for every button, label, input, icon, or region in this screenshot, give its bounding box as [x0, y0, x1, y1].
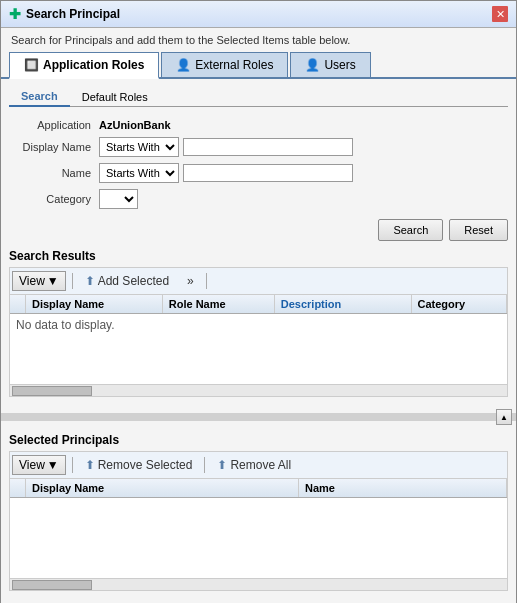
form-area: Application AzUnionBank Display Name Sta…: [9, 115, 508, 219]
remove-all-button[interactable]: ⬆ Remove All: [211, 456, 297, 474]
reset-button[interactable]: Reset: [449, 219, 508, 241]
move-right-button[interactable]: »: [181, 272, 200, 290]
col-display-name: Display Name: [26, 295, 163, 313]
remove-selected-button[interactable]: ⬆ Remove Selected: [79, 456, 199, 474]
sub-tab-default-roles[interactable]: Default Roles: [70, 87, 160, 106]
selected-principals-table-header: Display Name Name: [10, 479, 507, 498]
remove-all-icon: ⬆: [217, 458, 227, 472]
view-label: View: [19, 274, 45, 288]
close-button[interactable]: ✕: [492, 6, 508, 22]
tab-external-roles[interactable]: 👤 External Roles: [161, 52, 288, 77]
tab-users-label: Users: [324, 58, 355, 72]
col-category: Category: [412, 295, 508, 313]
remove-selected-label: Remove Selected: [98, 458, 193, 472]
main-tabs: 🔲 Application Roles 👤 External Roles 👤 U…: [1, 52, 516, 79]
title-bar-left: ✚ Search Principal: [9, 6, 120, 22]
sub-tabs: Search Default Roles: [9, 87, 508, 107]
display-name-input[interactable]: [183, 138, 353, 156]
remove-all-label: Remove All: [230, 458, 291, 472]
tab-application-roles-label: Application Roles: [43, 58, 144, 72]
title-bar: ✚ Search Principal ✕: [1, 1, 516, 28]
search-btn-row: Search Reset: [9, 219, 508, 241]
name-row: Name Starts With Contains Equals: [9, 163, 508, 183]
tab-users[interactable]: 👤 Users: [290, 52, 370, 77]
add-selected-icon: ⬆: [85, 274, 95, 288]
selected-principals-body: [10, 498, 507, 578]
search-results-table-header: Display Name Role Name Description Categ…: [10, 295, 507, 314]
add-selected-button[interactable]: ⬆ Add Selected: [79, 272, 175, 290]
dialog-icon: ✚: [9, 6, 21, 22]
application-row: Application AzUnionBank: [9, 119, 508, 131]
ext-roles-icon: 👤: [176, 58, 191, 72]
name-input[interactable]: [183, 164, 353, 182]
search-principal-dialog: ✚ Search Principal ✕ Search for Principa…: [0, 0, 517, 603]
selected-toolbar-sep-2: [204, 457, 205, 473]
search-results-table: Display Name Role Name Description Categ…: [9, 294, 508, 397]
section-divider: ▲: [1, 413, 516, 421]
sel-col-display-name: Display Name: [26, 479, 299, 497]
view-button[interactable]: View ▼: [12, 271, 66, 291]
content-area: Search Default Roles Application AzUnion…: [1, 79, 516, 409]
display-name-label: Display Name: [9, 141, 99, 153]
selected-scroll-thumb[interactable]: [12, 580, 92, 590]
search-button[interactable]: Search: [378, 219, 443, 241]
name-label: Name: [9, 167, 99, 179]
selected-principals-toolbar: View ▼ ⬆ Remove Selected ⬆ Remove All: [9, 451, 508, 478]
application-value: AzUnionBank: [99, 119, 171, 131]
category-select[interactable]: All: [99, 189, 138, 209]
name-select[interactable]: Starts With Contains Equals: [99, 163, 179, 183]
sel-col-name: Name: [299, 479, 507, 497]
category-label: Category: [9, 193, 99, 205]
search-results-scrollbar[interactable]: [10, 384, 507, 396]
col-checkbox: [10, 295, 26, 313]
tab-external-roles-label: External Roles: [195, 58, 273, 72]
move-right-label: »: [187, 274, 194, 288]
selected-principals-title: Selected Principals: [9, 433, 508, 447]
sub-tab-search[interactable]: Search: [9, 87, 70, 107]
selected-view-dropdown-icon: ▼: [47, 458, 59, 472]
sel-col-checkbox: [10, 479, 26, 497]
col-role-name: Role Name: [163, 295, 275, 313]
search-results-title: Search Results: [9, 249, 508, 263]
users-icon: 👤: [305, 58, 320, 72]
display-name-row: Display Name Starts With Contains Equals: [9, 137, 508, 157]
no-data-text: No data to display.: [16, 318, 115, 332]
selected-toolbar-sep-1: [72, 457, 73, 473]
category-row: Category All: [9, 189, 508, 209]
search-results-section: Search Results View ▼ ⬆ Add Selected »: [9, 249, 508, 397]
tab-application-roles[interactable]: 🔲 Application Roles: [9, 52, 159, 79]
selected-principals-table: Display Name Name: [9, 478, 508, 591]
display-name-select[interactable]: Starts With Contains Equals: [99, 137, 179, 157]
view-dropdown-icon: ▼: [47, 274, 59, 288]
selected-view-button[interactable]: View ▼: [12, 455, 66, 475]
selected-principals-section: Selected Principals View ▼ ⬆ Remove Sele…: [1, 425, 516, 603]
selected-view-label: View: [19, 458, 45, 472]
search-results-toolbar: View ▼ ⬆ Add Selected »: [9, 267, 508, 294]
col-description: Description: [275, 295, 412, 313]
search-results-scroll-thumb[interactable]: [12, 386, 92, 396]
scroll-up-button[interactable]: ▲: [496, 409, 512, 425]
toolbar-separator: [72, 273, 73, 289]
dialog-title: Search Principal: [26, 7, 120, 21]
dialog-description: Search for Principals and add them to th…: [1, 28, 516, 52]
app-roles-icon: 🔲: [24, 58, 39, 72]
application-label: Application: [9, 119, 99, 131]
selected-scrollbar[interactable]: [10, 578, 507, 590]
toolbar-separator-2: [206, 273, 207, 289]
search-results-body: No data to display.: [10, 314, 507, 384]
add-selected-label: Add Selected: [98, 274, 169, 288]
remove-selected-icon: ⬆: [85, 458, 95, 472]
